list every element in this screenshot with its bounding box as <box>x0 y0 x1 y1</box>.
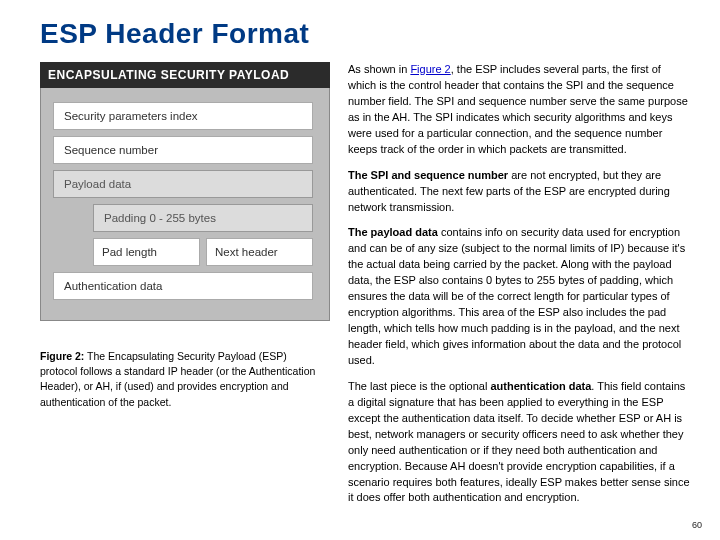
page-number: 60 <box>692 520 702 530</box>
field-sequence-number: Sequence number <box>53 136 313 164</box>
figure-caption: Figure 2: The Encapsulating Security Pay… <box>40 349 330 410</box>
field-padding: Padding 0 - 255 bytes <box>93 204 313 232</box>
p3-bold: The payload data <box>348 226 438 238</box>
figure-2-link[interactable]: Figure 2 <box>410 63 450 75</box>
paragraph-1: As shown in Figure 2, the ESP includes s… <box>348 62 690 158</box>
p4-bold: authentication data <box>490 380 591 392</box>
field-authentication-data: Authentication data <box>53 272 313 300</box>
diagram-title: ENCAPSULATING SECURITY PAYLOAD <box>40 62 330 88</box>
esp-diagram: ENCAPSULATING SECURITY PAYLOAD Security … <box>40 62 330 321</box>
p4-text-c: . This field contains a digital signatur… <box>348 380 690 504</box>
field-next-header: Next header <box>206 238 313 266</box>
p3-text: contains info on security data used for … <box>348 226 685 366</box>
field-pad-length: Pad length <box>93 238 200 266</box>
p2-bold: The SPI and sequence number <box>348 169 508 181</box>
diagram-body: Security parameters index Sequence numbe… <box>40 88 330 321</box>
content-row: ENCAPSULATING SECURITY PAYLOAD Security … <box>40 62 690 516</box>
field-spi: Security parameters index <box>53 102 313 130</box>
paragraph-2: The SPI and sequence number are not encr… <box>348 168 690 216</box>
p1-text-a: As shown in <box>348 63 410 75</box>
right-column: As shown in Figure 2, the ESP includes s… <box>348 62 690 516</box>
page-title: ESP Header Format <box>40 18 690 50</box>
p4-text-a: The last piece is the optional <box>348 380 490 392</box>
field-payload-data: Payload data <box>53 170 313 198</box>
figure-label: Figure 2: <box>40 350 84 362</box>
p1-text-b: , the ESP includes several parts, the fi… <box>348 63 688 155</box>
paragraph-4: The last piece is the optional authentic… <box>348 379 690 507</box>
left-column: ENCAPSULATING SECURITY PAYLOAD Security … <box>40 62 330 516</box>
paragraph-3: The payload data contains info on securi… <box>348 225 690 368</box>
